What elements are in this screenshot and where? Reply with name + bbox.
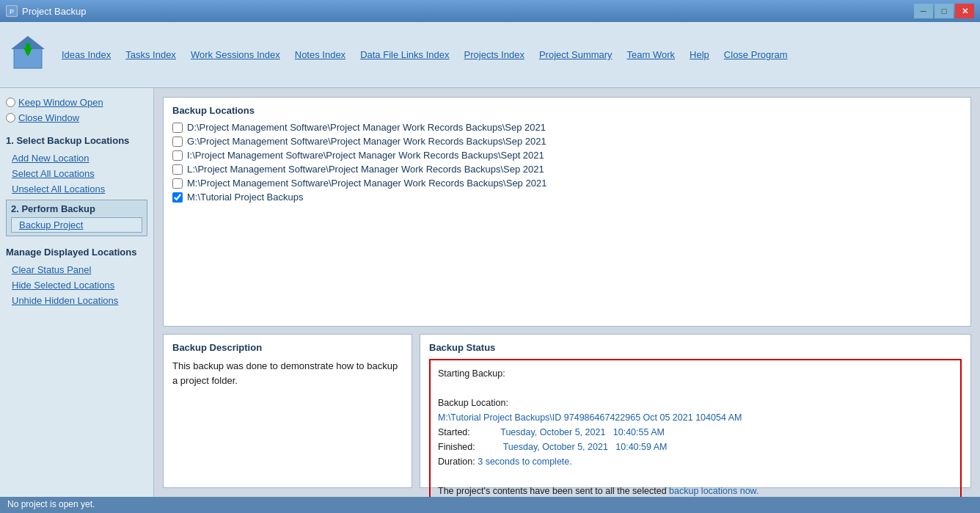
clear-status-panel-link[interactable]: Clear Status Panel bbox=[6, 263, 147, 276]
title-bar: P Project Backup ─ □ ✕ bbox=[0, 0, 980, 22]
keep-window-open-label[interactable]: Keep Window Open bbox=[18, 97, 103, 108]
status-line-8: The project's contents have been sent to… bbox=[438, 484, 953, 497]
nav-team-work[interactable]: Team Work bbox=[627, 49, 676, 60]
status-line-3: M:\Tutorial Project Backups\ID 974986467… bbox=[438, 410, 953, 425]
svg-text:P: P bbox=[10, 8, 14, 15]
nav-ideas-index[interactable]: Ideas Index bbox=[62, 49, 111, 60]
location-label-3: L:\Project Management Software\Project M… bbox=[187, 164, 544, 175]
location-item-3: L:\Project Management Software\Project M… bbox=[172, 164, 962, 175]
status-line-7 bbox=[438, 469, 953, 484]
status-line-2: Backup Location: bbox=[438, 396, 953, 410]
backup-status-header: Backup Status bbox=[429, 342, 962, 353]
add-new-location-link[interactable]: Add New Location bbox=[6, 152, 147, 164]
location-checkbox-2[interactable] bbox=[172, 150, 183, 161]
title-bar-title: Project Backup bbox=[22, 6, 86, 17]
close-window-item[interactable]: Close Window bbox=[6, 112, 147, 123]
maximize-button[interactable]: □ bbox=[935, 4, 954, 18]
backup-description-panel: Backup Description This backup was done … bbox=[163, 334, 412, 488]
status-bar: No project is open yet. bbox=[0, 497, 980, 513]
status-started-val: Tuesday, October 5, 2021 10:40:55 AM bbox=[500, 427, 665, 437]
hide-selected-locations-link[interactable]: Hide Selected Locations bbox=[6, 279, 147, 291]
title-bar-left: P Project Backup bbox=[6, 5, 86, 17]
backup-locations-header: Backup Locations bbox=[172, 105, 962, 116]
close-button[interactable]: ✕ bbox=[955, 4, 974, 18]
nav-data-file-links-index[interactable]: Data File Links Index bbox=[360, 49, 449, 60]
nav-help[interactable]: Help bbox=[690, 49, 709, 60]
title-bar-controls: ─ □ ✕ bbox=[914, 4, 974, 18]
status-finished-val: Tuesday, October 5, 2021 10:40:59 AM bbox=[503, 442, 668, 452]
app-logo bbox=[6, 33, 50, 77]
unselect-all-locations-link[interactable]: Unselect All Locations bbox=[6, 183, 147, 195]
minimize-button[interactable]: ─ bbox=[914, 4, 933, 18]
section1-header: 1. Select Backup Locations bbox=[6, 135, 147, 146]
bottom-panels: Backup Description This backup was done … bbox=[163, 334, 971, 488]
location-item-2: I:\Project Management Software\Project M… bbox=[172, 150, 962, 161]
close-window-radio[interactable] bbox=[6, 113, 15, 123]
backup-status-panel: Backup Status Starting Backup: Backup Lo… bbox=[420, 334, 971, 488]
nav-links: Ideas Index Tasks Index Work Sessions In… bbox=[62, 49, 788, 60]
unhide-hidden-locations-link[interactable]: Unhide Hidden Locations bbox=[6, 294, 147, 307]
location-label-2: I:\Project Management Software\Project M… bbox=[187, 150, 544, 161]
main-layout: Keep Window Open Close Window 1. Select … bbox=[0, 88, 980, 497]
section2-header: 2. Perform Backup bbox=[11, 203, 142, 214]
location-checkbox-5[interactable] bbox=[172, 192, 183, 203]
status-line-5: Finished: Tuesday, October 5, 2021 10:40… bbox=[438, 440, 953, 454]
nav-close-program[interactable]: Close Program bbox=[724, 49, 788, 60]
location-label-5: M:\Tutorial Project Backups bbox=[187, 192, 303, 203]
location-checkbox-3[interactable] bbox=[172, 164, 183, 175]
sidebar: Keep Window Open Close Window 1. Select … bbox=[0, 88, 154, 497]
location-item-1: G:\Project Management Software\Project M… bbox=[172, 136, 962, 147]
status-line-4: Started: Tuesday, October 5, 2021 10:40:… bbox=[438, 425, 953, 440]
nav-notes-index[interactable]: Notes Index bbox=[295, 49, 345, 60]
status-line-1 bbox=[438, 381, 953, 396]
location-label-4: M:\Project Management Software\Project M… bbox=[187, 178, 546, 189]
keep-window-open-radio[interactable] bbox=[6, 98, 15, 107]
status-backup-link: backup locations now. bbox=[669, 486, 758, 496]
status-box: Starting Backup: Backup Location: M:\Tut… bbox=[429, 359, 962, 497]
nav-projects-index[interactable]: Projects Index bbox=[464, 49, 524, 60]
content-area: Backup Locations D:\Project Management S… bbox=[154, 88, 980, 497]
location-checkbox-1[interactable] bbox=[172, 137, 183, 147]
logo-icon bbox=[8, 33, 48, 77]
location-label-1: G:\Project Management Software\Project M… bbox=[187, 136, 546, 147]
location-item-0: D:\Project Management Software\Project M… bbox=[172, 122, 962, 133]
perform-backup-box: 2. Perform Backup Backup Project bbox=[6, 200, 147, 236]
nav-bar: Ideas Index Tasks Index Work Sessions In… bbox=[0, 22, 980, 88]
nav-tasks-index[interactable]: Tasks Index bbox=[125, 49, 176, 60]
app-icon: P bbox=[6, 5, 18, 17]
select-all-locations-link[interactable]: Select All Locations bbox=[6, 167, 147, 180]
status-line-6: Duration: 3 seconds to complete. bbox=[438, 454, 953, 469]
nav-project-summary[interactable]: Project Summary bbox=[539, 49, 612, 60]
location-checkbox-0[interactable] bbox=[172, 123, 183, 133]
backup-locations-panel: Backup Locations D:\Project Management S… bbox=[163, 97, 971, 327]
location-checkbox-4[interactable] bbox=[172, 178, 183, 189]
backup-description-header: Backup Description bbox=[172, 342, 403, 353]
backup-project-button[interactable]: Backup Project bbox=[11, 217, 142, 233]
status-duration-val: 3 seconds to complete. bbox=[478, 456, 572, 467]
backup-description-text: This backup was done to demonstrate how … bbox=[172, 359, 403, 388]
manage-header: Manage Displayed Locations bbox=[6, 247, 147, 258]
close-window-label[interactable]: Close Window bbox=[18, 112, 79, 123]
status-line-0: Starting Backup: bbox=[438, 366, 953, 381]
location-items-list: D:\Project Management Software\Project M… bbox=[172, 122, 962, 203]
nav-work-sessions-index[interactable]: Work Sessions Index bbox=[191, 49, 280, 60]
status-bar-text: No project is open yet. bbox=[7, 499, 95, 509]
location-item-4: M:\Project Management Software\Project M… bbox=[172, 178, 962, 189]
location-item-5: M:\Tutorial Project Backups bbox=[172, 192, 962, 203]
location-label-0: D:\Project Management Software\Project M… bbox=[187, 122, 546, 133]
keep-window-open-item[interactable]: Keep Window Open bbox=[6, 97, 147, 108]
